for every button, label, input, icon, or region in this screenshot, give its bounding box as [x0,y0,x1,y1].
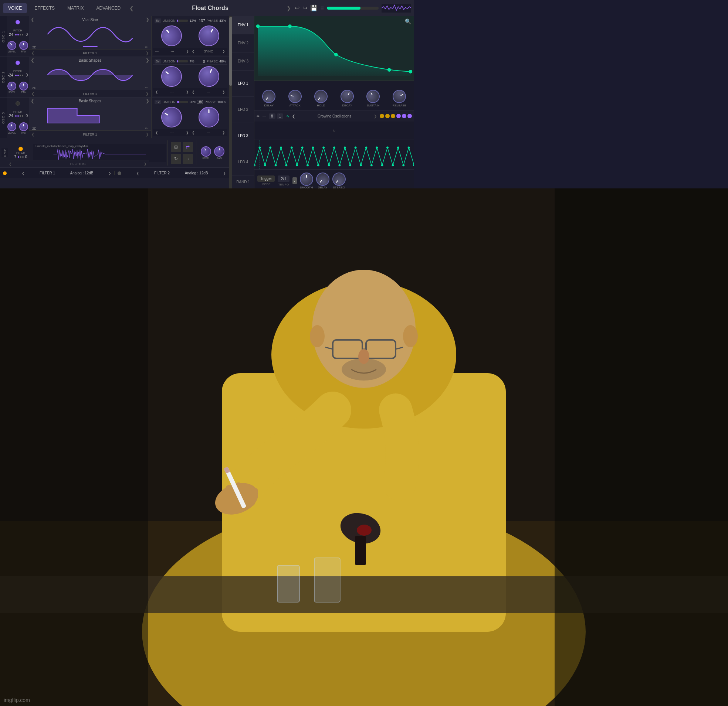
filter1-arrow-r[interactable]: ❯ [108,171,111,175]
filter1-type[interactable]: Analog : 12dB [70,171,94,175]
osc2-unison-knob[interactable] [157,62,186,91]
smp-filter-arrow-r[interactable]: ❯ [144,162,147,166]
filter1-arrow-l[interactable]: ❮ [22,171,25,175]
smp-shuffle-icon[interactable]: ⇄ [183,142,193,152]
osc2-level-knob[interactable] [6,81,18,92]
osc2-unison-slider[interactable] [177,60,188,62]
osc3-unison-slider[interactable] [177,101,188,103]
env-delay-knob[interactable] [260,87,279,106]
lfo1-dot3[interactable] [391,114,395,118]
osc2-pan-knob[interactable] [19,82,28,91]
osc2-phase-knob[interactable] [196,63,222,90]
osc3-bottom-arrow-l[interactable]: ❮ [155,131,158,134]
osc2-wave-prev[interactable]: ❮ [31,58,35,63]
env-hold-knob[interactable] [312,87,331,106]
lfo1-next-icon[interactable]: ❯ [374,114,377,118]
scroll-bar[interactable] [229,16,232,189]
osc1-bottom-arrow[interactable]: ❯ [186,49,189,53]
osc1-sync-arrow[interactable]: ❯ [222,49,225,53]
lfo4-label-item[interactable]: LFO 4 [232,149,254,176]
osc2-edit-icon[interactable]: ✏ [145,86,148,90]
osc1-pitch-value[interactable]: -24 [8,33,13,37]
nav-right-icon[interactable]: ❯ [285,4,292,13]
tab-matrix[interactable]: MATRIX [62,3,89,13]
filter1-circle[interactable] [3,171,7,175]
env-sustain-knob[interactable] [364,87,382,105]
osc3-filter-label[interactable]: FILTER 1 [83,133,97,136]
save-button[interactable]: 💾 [310,4,318,12]
lfo4-beat-icon[interactable]: ♩ [292,177,297,184]
filter2-circle[interactable] [118,171,121,175]
env-release-knob[interactable] [390,87,409,105]
osc3-filter-prev[interactable]: ❮ [32,132,35,136]
filter2-arrow-r[interactable]: ❯ [223,171,226,175]
lfo1-back-icon[interactable]: ❮ [292,114,295,118]
lfo1-dot4[interactable] [396,114,401,118]
tab-advanced[interactable]: ADVANCED [91,3,126,13]
osc1-bottom-left[interactable]: --- [155,49,159,53]
smp-grid-icon[interactable]: ⊞ [171,142,181,152]
osc2-sync-arrow-l[interactable]: ❮ [192,90,195,94]
lfo1-dot1[interactable] [380,114,384,118]
lfo1-preset-name[interactable]: Growing Oscillations [296,114,372,118]
smp-reverse-icon[interactable]: ↔ [183,154,193,164]
osc3-pan-knob[interactable] [19,122,28,131]
lfo1-label-item[interactable]: LFO 1 [232,71,254,97]
osc3-phase-knob[interactable] [199,107,219,127]
env-attack-knob[interactable] [287,89,303,104]
osc3-pitch-value[interactable]: -24 [8,114,13,118]
lfo1-dot5[interactable] [402,114,406,118]
osc3-bottom-arrow-r[interactable]: ❯ [186,131,189,134]
osc2-filter-next[interactable]: ❯ [146,92,149,96]
osc3-level-knob[interactable] [6,121,17,132]
lfo4-tempo-value[interactable]: 2/1 [278,176,289,182]
rand1-label-item[interactable]: RAND 1 [232,176,254,189]
osc1-wave-next[interactable]: ❯ [146,17,149,22]
lfo4-stereo-knob[interactable] [329,170,348,189]
osc2-wave-next[interactable]: ❯ [146,58,149,63]
env1-label-item[interactable]: ENV 1 [232,16,254,35]
osc3-wave-name[interactable]: Basic Shapes [79,99,101,103]
osc1-pan-knob[interactable] [19,41,28,50]
osc3-sync-arrow-r[interactable]: ❯ [222,131,225,134]
lfo1-pencil-icon[interactable]: ✏ [257,114,260,118]
osc3-filter-next[interactable]: ❯ [146,132,149,136]
osc3-unison-knob[interactable] [157,103,186,131]
filter2-arrow-l[interactable]: ❮ [136,171,139,175]
filter2-type[interactable]: Analog : 12dB [185,171,208,175]
osc1-edit-icon[interactable]: ✏ [145,45,148,49]
lfo2-label-item[interactable]: LFO 2 [232,97,254,123]
osc1-filter-next[interactable]: ❯ [146,51,149,55]
smp-loop-icon[interactable]: ↻ [171,154,181,164]
osc2-active-indicator[interactable] [16,61,20,65]
osc1-active-indicator[interactable] [16,20,20,24]
tab-voice[interactable]: VOICE [3,3,27,13]
env2-label-item[interactable]: ENV 2 [232,35,254,52]
env3-label-item[interactable]: ENV 3 [232,52,254,71]
osc1-pitch-right[interactable]: 0 [26,33,28,37]
redo-button[interactable]: ↪ [302,4,307,12]
osc1-filter-prev[interactable]: ❮ [32,51,35,55]
osc2-filter-prev[interactable]: ❮ [32,92,35,96]
tab-effects[interactable]: EFFECTS [29,3,60,13]
lfo3-label-item[interactable]: LFO 3 [232,123,254,149]
undo-button[interactable]: ↩ [295,4,299,12]
lfo1-dot6[interactable] [407,114,412,118]
smp-active-indicator[interactable] [19,147,23,151]
osc2-bottom-arrow-r[interactable]: ❯ [186,90,189,94]
osc2-bottom-arrow-l[interactable]: ❮ [155,90,158,94]
osc3-wave-next[interactable]: ❯ [146,98,149,104]
osc3-active-indicator[interactable] [16,101,20,106]
lfo1-value2[interactable]: 1 [277,114,283,119]
search-icon[interactable]: 🔍 [405,19,411,24]
smp-filter-arrow-l[interactable]: ❮ [9,162,12,166]
osc2-sync-arrow-r[interactable]: ❯ [222,90,225,94]
smp-level-knob[interactable] [199,145,212,158]
osc3-sync-arrow-l[interactable]: ❮ [192,131,195,134]
osc1-wave-name[interactable]: Vital Sine [82,18,98,22]
osc2-wave-name[interactable]: Basic Shapes [79,58,101,62]
osc2-pitch-value[interactable]: -24 [8,73,13,77]
osc1-unison-slider[interactable] [177,20,188,22]
osc3-edit-icon[interactable]: ✏ [145,126,148,130]
smp-pitch-right[interactable]: 0 [25,155,27,159]
